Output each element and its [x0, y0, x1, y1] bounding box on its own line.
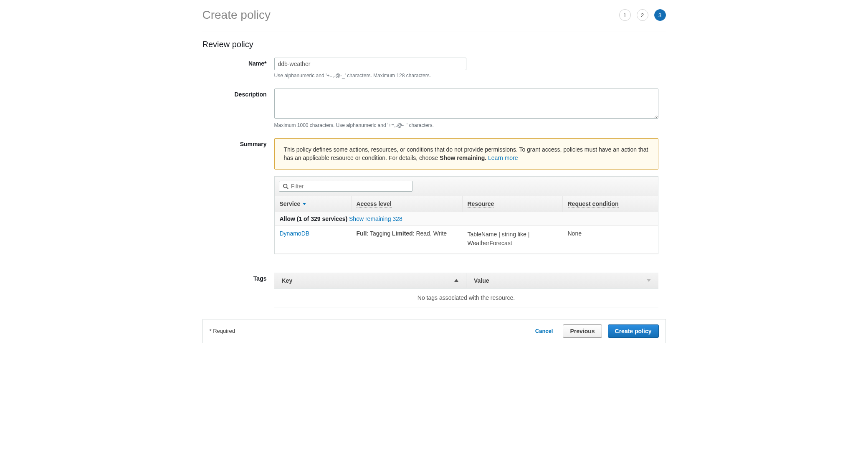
page-title: Create policy — [202, 8, 271, 22]
wizard-step-3[interactable]: 3 — [654, 9, 666, 21]
svg-point-0 — [283, 184, 287, 187]
tags-col-key-label: Key — [282, 277, 293, 284]
name-row: Name* Use alphanumeric and '+=,.@-_' cha… — [202, 58, 666, 86]
allow-count: Allow (1 of 329 services) — [280, 215, 348, 222]
access-limited-vals: : Read, Write — [413, 230, 447, 237]
tags-empty-message: No tags associated with the resource. — [274, 289, 658, 307]
table-row: DynamoDB Full: Tagging Limited: Read, Wr… — [275, 226, 658, 254]
tags-label: Tags — [202, 273, 274, 307]
footer-bar: * Required Cancel Previous Create policy — [202, 319, 666, 343]
col-access-label: Access level — [357, 200, 392, 208]
required-note: * Required — [210, 328, 235, 334]
wizard-steps: 1 2 3 — [619, 9, 666, 21]
access-limited-label: Limited — [392, 230, 413, 237]
review-policy-heading: Review policy — [202, 40, 666, 49]
tags-col-key[interactable]: Key — [274, 273, 467, 288]
summary-panel: Service Access level Resource Request co… — [274, 176, 658, 254]
request-condition-cell: None — [568, 230, 653, 248]
access-full-label: Full — [357, 230, 367, 237]
col-resource[interactable]: Resource — [463, 196, 563, 212]
tags-row: Tags Key Value No tags associated with t… — [202, 273, 666, 307]
summary-warning: This policy defines some actions, resour… — [274, 138, 658, 170]
name-label: Name* — [202, 58, 274, 86]
wizard-step-1[interactable]: 1 — [619, 9, 631, 21]
description-label: Description — [202, 89, 274, 136]
wizard-step-2[interactable]: 2 — [637, 9, 648, 21]
create-policy-button[interactable]: Create policy — [608, 324, 659, 338]
filter-input[interactable] — [291, 183, 409, 190]
access-full-vals: : Tagging — [367, 230, 392, 237]
resource-cell: TableName | string like | WeatherForecas… — [468, 230, 568, 248]
col-service[interactable]: Service — [275, 196, 352, 212]
description-textarea[interactable] — [274, 89, 658, 119]
name-input[interactable] — [274, 58, 466, 70]
col-access-level[interactable]: Access level — [352, 196, 463, 212]
col-service-label: Service — [280, 200, 301, 207]
filter-bar — [275, 177, 658, 196]
previous-button[interactable]: Previous — [563, 324, 602, 338]
name-hint: Use alphanumeric and '+=,.@-_' character… — [274, 73, 666, 79]
tags-table-header: Key Value — [274, 273, 658, 289]
learn-more-link[interactable]: Learn more — [488, 155, 518, 161]
tags-col-value-label: Value — [474, 277, 489, 284]
tags-col-value[interactable]: Value — [466, 273, 658, 288]
service-link-dynamodb[interactable]: DynamoDB — [280, 230, 310, 237]
svg-line-1 — [286, 187, 288, 189]
summary-row: Summary This policy defines some actions… — [202, 138, 666, 254]
show-remaining-link[interactable]: Show remaining 328 — [349, 215, 402, 222]
page-header: Create policy 1 2 3 — [202, 8, 666, 31]
search-icon — [283, 183, 288, 189]
description-row: Description Maximum 1000 characters. Use… — [202, 89, 666, 136]
summary-label: Summary — [202, 138, 274, 254]
description-hint: Maximum 1000 characters. Use alphanumeri… — [274, 122, 666, 128]
access-level-cell: Full: Tagging Limited: Read, Write — [357, 230, 468, 248]
filter-input-wrap[interactable] — [279, 181, 412, 192]
col-request-label: Request condition — [568, 200, 619, 208]
cancel-link[interactable]: Cancel — [535, 328, 553, 334]
sort-asc-icon — [454, 279, 458, 282]
caret-down-icon — [303, 203, 306, 205]
col-request-condition[interactable]: Request condition — [563, 196, 658, 212]
col-resource-label: Resource — [468, 200, 494, 208]
sort-desc-icon — [647, 279, 651, 282]
allow-summary-row: Allow (1 of 329 services) Show remaining… — [275, 212, 658, 226]
warning-bold: Show remaining. — [440, 155, 486, 161]
summary-table-header: Service Access level Resource Request co… — [275, 196, 658, 212]
